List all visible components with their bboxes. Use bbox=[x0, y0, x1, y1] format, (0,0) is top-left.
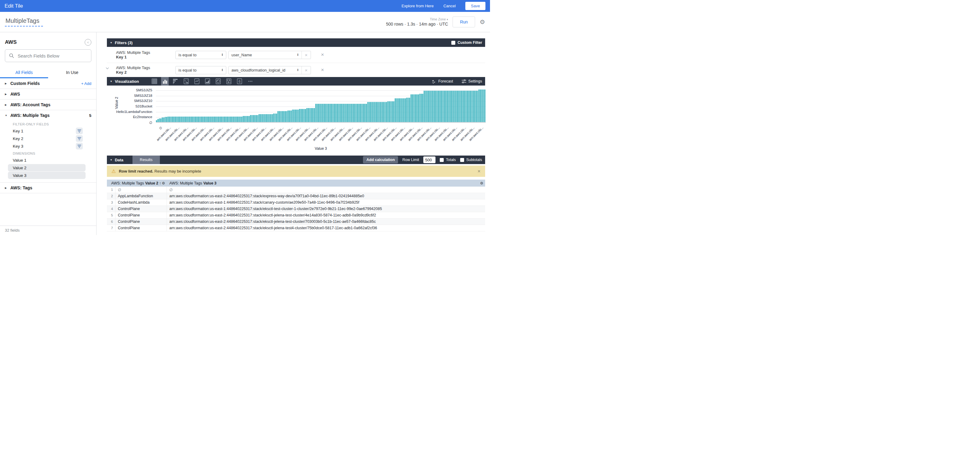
column-header[interactable]: AWS: Multiple TagsValue 2↑⚙ bbox=[107, 181, 167, 186]
dimension-field[interactable]: Value 2 bbox=[8, 164, 86, 171]
explore-from-here-link[interactable]: Explore from Here bbox=[401, 4, 433, 8]
bar bbox=[428, 91, 429, 122]
filter-only-field[interactable]: Key 3 bbox=[13, 143, 91, 150]
bar bbox=[340, 104, 341, 122]
subtotals-checkbox[interactable] bbox=[460, 158, 464, 162]
y-tick-label: Hello1LambdaFunction bbox=[116, 110, 152, 114]
bar bbox=[267, 114, 269, 122]
bar-chart-icon[interactable] bbox=[172, 77, 179, 86]
section-header-aws-tags[interactable]: ▶AWS: Tags bbox=[0, 183, 96, 193]
scatter-icon[interactable] bbox=[182, 77, 190, 86]
collapse-sidebar-button[interactable]: ‹ bbox=[85, 39, 91, 46]
settings-button[interactable]: Settings bbox=[462, 79, 482, 83]
line-chart-icon[interactable] bbox=[193, 77, 201, 86]
bar bbox=[273, 114, 274, 122]
table-icon[interactable] bbox=[150, 77, 158, 86]
collapse-filters-icon[interactable]: ▼ bbox=[110, 41, 112, 44]
collapse-data-icon[interactable]: ▼ bbox=[110, 159, 112, 161]
bar bbox=[198, 117, 199, 122]
bar bbox=[241, 117, 242, 122]
table-row[interactable]: 3CodeHashLambdaarn:aws:cloudformation:us… bbox=[107, 199, 485, 206]
table-row[interactable]: 2AppLambdaFunctionarn:aws:cloudformation… bbox=[107, 193, 485, 199]
clear-value-icon[interactable]: × bbox=[301, 67, 311, 74]
bar bbox=[461, 91, 462, 122]
field-search-box[interactable] bbox=[5, 49, 91, 62]
bar bbox=[410, 94, 412, 122]
select-arrows-icon: ▲▼ bbox=[294, 53, 301, 56]
single-value-icon[interactable]: 6 bbox=[236, 77, 243, 86]
bar bbox=[162, 118, 163, 122]
filter-operator-select[interactable]: is equal to▲▼ bbox=[175, 66, 226, 74]
cancel-button[interactable]: Cancel bbox=[444, 4, 456, 8]
save-button[interactable]: Save bbox=[465, 2, 485, 10]
table-row[interactable]: 7ControlPlanearn:aws:cloudformation:us-e… bbox=[107, 225, 485, 231]
table-row[interactable]: 6ControlPlanearn:aws:cloudformation:us-e… bbox=[107, 219, 485, 225]
clear-value-icon[interactable]: × bbox=[301, 51, 311, 59]
table-row[interactable]: 4ControlPlanearn:aws:cloudformation:us-e… bbox=[107, 206, 485, 212]
time-zone-dropdown[interactable]: Time Zone ▾ bbox=[430, 17, 448, 21]
column-header[interactable]: AWS: Multiple TagsValue 3⚙ bbox=[167, 181, 485, 186]
add-calculation-button[interactable]: Add calculation bbox=[363, 156, 398, 164]
filter-row: AWS: Multiple Tags Key 2is equal to▲▼aws… bbox=[107, 63, 485, 77]
filter-only-field[interactable]: Key 1 bbox=[13, 127, 91, 135]
column-gear-icon[interactable]: ⚙ bbox=[480, 181, 483, 186]
bar bbox=[172, 117, 173, 122]
tab-in-use[interactable]: In Use bbox=[48, 67, 96, 78]
area-chart-icon[interactable] bbox=[204, 77, 212, 86]
dimension-field[interactable]: Value 3 bbox=[8, 171, 86, 179]
totals-checkbox[interactable] bbox=[440, 158, 444, 162]
filter-row: AWS: Multiple Tags Key 1is equal to▲▼use… bbox=[107, 47, 485, 63]
pie-chart-icon[interactable] bbox=[215, 77, 222, 86]
collapse-visualization-icon[interactable]: ▼ bbox=[110, 80, 112, 83]
dismiss-warning-icon[interactable]: × bbox=[477, 168, 480, 175]
custom-filter-checkbox[interactable] bbox=[451, 41, 455, 45]
remove-filter-icon[interactable]: × bbox=[321, 52, 324, 58]
bar bbox=[256, 115, 257, 122]
remove-filter-icon[interactable]: × bbox=[321, 67, 324, 73]
column-gear-icon[interactable]: ⚙ bbox=[162, 181, 165, 186]
forecast-button[interactable]: Forecast bbox=[431, 79, 453, 84]
bar bbox=[382, 102, 383, 122]
field-label: Key 2 bbox=[13, 137, 24, 141]
bar bbox=[188, 117, 189, 122]
more-icon[interactable] bbox=[247, 77, 254, 86]
table-row[interactable]: 5ControlPlanearn:aws:cloudformation:us-e… bbox=[107, 212, 485, 219]
field-label: Key 1 bbox=[13, 129, 24, 133]
tab-results[interactable]: Results bbox=[132, 156, 160, 164]
filter-value-select[interactable]: user_Name▲▼× bbox=[228, 51, 311, 59]
column-prefix: AWS: Multiple Tags bbox=[169, 181, 202, 186]
column-chart-icon[interactable] bbox=[161, 77, 169, 86]
row-limit-label: Row Limit bbox=[402, 158, 419, 162]
section-header-aws-account-tags[interactable]: ▶AWS: Account Tags bbox=[0, 100, 96, 110]
bar bbox=[295, 110, 296, 122]
row-limit-input[interactable] bbox=[423, 156, 436, 163]
section-header-custom-fields[interactable]: ▶Custom Fields+ Add bbox=[0, 78, 96, 89]
table-row[interactable]: 1∅∅ bbox=[107, 187, 485, 193]
filter-only-field[interactable]: Key 2 bbox=[13, 135, 91, 142]
add-custom-field-button[interactable]: + Add bbox=[81, 81, 91, 86]
bar bbox=[201, 117, 202, 122]
gear-icon[interactable]: ⚙ bbox=[480, 19, 485, 25]
row-number: 7 bbox=[107, 225, 115, 231]
bar bbox=[288, 111, 289, 122]
section-header-aws-multiple-tags[interactable]: ▼AWS: Multiple Tags5 bbox=[0, 110, 96, 121]
filter-icon[interactable] bbox=[76, 135, 83, 142]
bar bbox=[192, 117, 193, 122]
query-title[interactable]: MultipleTags bbox=[5, 17, 43, 27]
map-icon[interactable] bbox=[225, 77, 233, 86]
filter-icon[interactable] bbox=[76, 143, 83, 149]
filter-icon[interactable] bbox=[76, 127, 83, 134]
filter-operator-select[interactable]: is equal to▲▼ bbox=[175, 51, 226, 59]
dimension-field[interactable]: Value 1 bbox=[8, 156, 86, 164]
tab-all-fields[interactable]: All Fields bbox=[0, 67, 48, 78]
search-input[interactable] bbox=[18, 53, 87, 59]
bar bbox=[393, 102, 395, 122]
filter-value-select[interactable]: aws_cloudformation_logical_id▲▼× bbox=[228, 66, 311, 74]
row-number: 3 bbox=[107, 199, 115, 205]
bar bbox=[235, 117, 237, 122]
bar bbox=[464, 91, 465, 122]
run-button[interactable]: Run bbox=[453, 16, 475, 27]
bar bbox=[320, 104, 321, 122]
triangle-right-icon: ▶ bbox=[5, 103, 10, 106]
section-header-aws[interactable]: ▶AWS bbox=[0, 89, 96, 99]
